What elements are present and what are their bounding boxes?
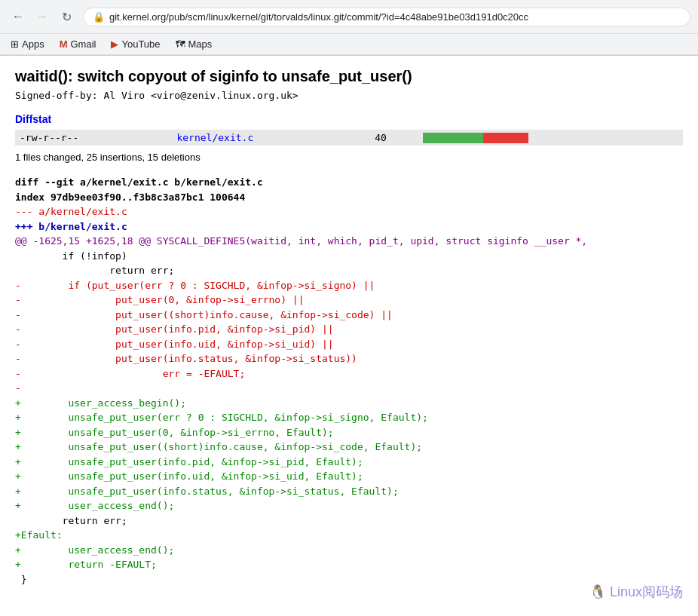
- lock-icon: 🔒: [93, 11, 105, 23]
- diffstat-bar-cell: [418, 130, 683, 146]
- diff-line: - put_user(info.status, &infop->si_statu…: [15, 351, 683, 366]
- diffstat-heading[interactable]: Diffstat: [15, 113, 683, 125]
- signed-off: Signed-off-by: Al Viro <viro@zeniv.linux…: [15, 90, 683, 101]
- address-bar[interactable]: 🔒 git.kernel.org/pub/scm/linux/kernel/gi…: [83, 8, 690, 26]
- nav-controls: ← → ↻: [8, 6, 77, 27]
- diff-line: if (!infop): [15, 249, 683, 264]
- diffstat-num: 40: [370, 130, 418, 146]
- diff-line: +Efault:: [15, 528, 683, 543]
- diff-line: --- a/kernel/exit.c: [15, 204, 683, 219]
- url-text: git.kernel.org/pub/scm/linux/kernel/git/…: [109, 11, 681, 23]
- diff-line: return err;: [15, 513, 683, 529]
- diff-line: + unsafe_put_user((short)info.cause, &in…: [15, 440, 683, 455]
- diff-line: + unsafe_put_user(info.status, &infop->s…: [15, 484, 683, 499]
- youtube-icon: ▶: [111, 38, 118, 50]
- bookmarks-bar: ⊞ Apps M Gmail ▶ YouTube 🗺 Maps: [0, 34, 698, 55]
- bookmark-gmail-label: Gmail: [70, 38, 96, 50]
- diff-line: + unsafe_put_user(err ? 0 : SIGCHLD, &in…: [15, 410, 683, 425]
- bookmark-maps[interactable]: 🗺 Maps: [173, 37, 216, 51]
- diffstat-perms: -rw-r--r--: [15, 130, 172, 146]
- apps-icon: ⊞: [11, 38, 19, 50]
- diff-line: + return -EFAULT;: [15, 557, 683, 572]
- diff-line: + user_access_end();: [15, 498, 683, 513]
- bookmark-maps-label: Maps: [188, 38, 213, 50]
- diff-line: diff --git a/kernel/exit.c b/kernel/exit…: [15, 175, 683, 190]
- bookmark-gmail[interactable]: M Gmail: [57, 37, 99, 51]
- gmail-icon: M: [60, 38, 68, 50]
- diff-line: + user_access_end();: [15, 543, 683, 558]
- diff-line: + unsafe_put_user(info.uid, &infop->si_u…: [15, 469, 683, 484]
- bookmark-apps[interactable]: ⊞ Apps: [8, 37, 47, 51]
- nav-bar: ← → ↻ 🔒 git.kernel.org/pub/scm/linux/ker…: [0, 0, 698, 34]
- diff-line: -: [15, 381, 683, 396]
- bar-additions: [423, 133, 483, 143]
- maps-icon: 🗺: [176, 38, 185, 50]
- back-button[interactable]: ←: [8, 6, 29, 27]
- forward-button[interactable]: →: [32, 6, 53, 27]
- diff-line: - err = -EFAULT;: [15, 366, 683, 382]
- diff-line: - put_user(info.uid, &infop->si_uid) ||: [15, 337, 683, 352]
- bar-deletions: [483, 133, 528, 143]
- diff-line: }: [15, 572, 683, 587]
- diff-line: @@ -1625,15 +1625,18 @@ SYSCALL_DEFINE5(…: [15, 234, 683, 249]
- diff-line: - put_user((short)info.cause, &infop->si…: [15, 308, 683, 323]
- files-changed-summary: 1 files changed, 25 insertions, 15 delet…: [15, 152, 683, 163]
- page-content: waitid(): switch copyout of siginfo to u…: [0, 56, 698, 599]
- diff-content: diff --git a/kernel/exit.c b/kernel/exit…: [15, 175, 683, 587]
- diff-line: - put_user(0, &infop->si_errno) ||: [15, 293, 683, 308]
- diff-line: + user_access_begin();: [15, 396, 683, 411]
- diffstat-file-name: kernel/exit.c: [176, 132, 253, 143]
- diff-line: +++ b/kernel/exit.c: [15, 219, 683, 234]
- bookmark-youtube-label: YouTube: [121, 38, 160, 50]
- bookmark-apps-label: Apps: [22, 38, 44, 50]
- diffstat-table: -rw-r--r-- kernel/exit.c 40: [15, 130, 683, 146]
- bookmark-youtube[interactable]: ▶ YouTube: [108, 37, 163, 51]
- reload-button[interactable]: ↻: [56, 6, 77, 27]
- diff-line: return err;: [15, 263, 683, 278]
- diffstat-bar: [423, 133, 678, 143]
- diff-line: + unsafe_put_user(0, &infop->si_errno, E…: [15, 425, 683, 440]
- diff-line: - put_user(info.pid, &infop->si_pid) ||: [15, 322, 683, 337]
- diff-line: index 97db9ee03f90..f3b8c3a87bc1 100644: [15, 190, 683, 205]
- diffstat-row: -rw-r--r-- kernel/exit.c 40: [15, 130, 683, 146]
- commit-title: waitid(): switch copyout of siginfo to u…: [15, 68, 683, 85]
- diff-line: + unsafe_put_user(info.pid, &infop->si_p…: [15, 455, 683, 470]
- diff-line: - if (put_user(err ? 0 : SIGCHLD, &infop…: [15, 278, 683, 293]
- browser-chrome: ← → ↻ 🔒 git.kernel.org/pub/scm/linux/ker…: [0, 0, 698, 56]
- diffstat-file[interactable]: kernel/exit.c: [172, 130, 370, 146]
